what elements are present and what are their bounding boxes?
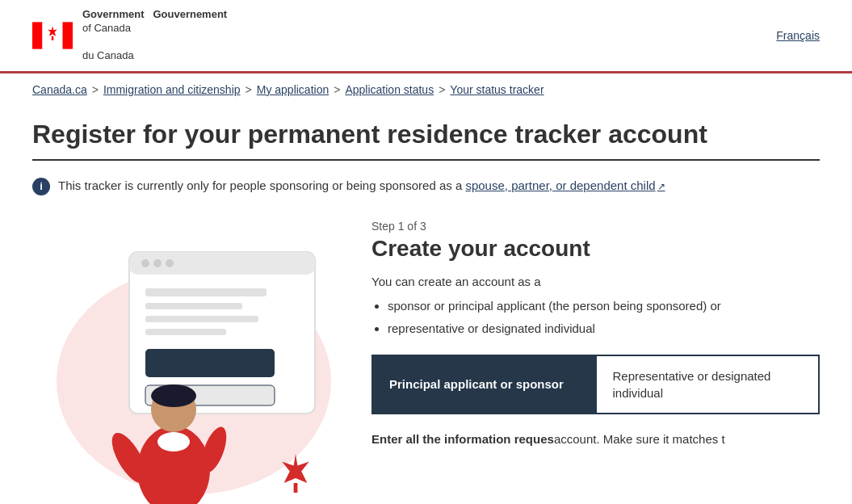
illustration-area [32,220,339,504]
list-item: representative or designated individual [388,319,820,338]
svg-rect-0 [32,22,43,48]
svg-point-19 [151,384,196,407]
svg-rect-11 [145,288,267,296]
content-row: Step 1 of 3 Create your account You can … [32,220,820,504]
step-list: sponsor or principal applicant (the pers… [388,296,820,338]
external-link-icon: ↗ [657,181,665,192]
page-title: Register for your permanent residence tr… [32,119,820,149]
svg-point-22 [157,432,190,452]
breadcrumb-sep-3: > [334,83,340,96]
svg-rect-2 [63,22,73,48]
wordmark: Government Gouvernement of Canada du Can… [82,8,227,63]
right-content: Step 1 of 3 Create your account You can … [371,220,820,449]
breadcrumb-application-status[interactable]: Application status [345,83,434,96]
svg-rect-4 [52,36,54,40]
representative-button[interactable]: Representative or designated individual [595,356,819,413]
info-link[interactable]: spouse, partner, or dependent child↗ [465,178,665,192]
info-text: This tracker is currently only for peopl… [58,177,665,195]
svg-point-9 [153,259,162,267]
site-header: Government Gouvernement of Canada du Can… [0,0,852,74]
breadcrumb-canada[interactable]: Canada.ca [32,83,87,96]
enter-info-text: Enter all the information requesaccount.… [371,430,820,449]
gov-line2: of Canada du Canada [82,22,227,63]
svg-rect-24 [294,483,298,493]
page-illustration [32,220,339,504]
step-title: Create your account [371,236,820,262]
info-banner: i This tracker is currently only for peo… [32,177,820,195]
breadcrumb-immigration[interactable]: Immigration and citizenship [103,83,241,96]
svg-rect-15 [145,349,275,377]
breadcrumb-sep-4: > [439,83,445,96]
svg-rect-13 [145,316,258,322]
principal-applicant-button[interactable]: Principal applicant or sponsor [373,356,595,413]
breadcrumb: Canada.ca > Immigration and citizenship … [0,74,852,103]
main-content: Register for your permanent residence tr… [0,103,852,504]
canada-flag-icon [32,21,73,50]
breadcrumb-sep-1: > [92,83,99,96]
gov-line1: Government Gouvernement [82,8,227,22]
breadcrumb-my-application[interactable]: My application [257,83,329,96]
account-type-selector: Principal applicant or sponsor Represent… [371,355,820,414]
svg-point-10 [166,259,174,267]
language-toggle[interactable]: Français [776,29,820,42]
svg-rect-12 [145,303,242,309]
step-label: Step 1 of 3 [371,220,820,233]
breadcrumb-current: Your status tracker [450,83,544,96]
svg-point-8 [141,259,149,267]
logo-area: Government Gouvernement of Canada du Can… [32,8,227,63]
info-icon: i [32,178,50,195]
svg-rect-14 [145,329,226,335]
breadcrumb-sep-2: > [246,83,252,96]
title-divider [32,159,820,161]
list-item: sponsor or principal applicant (the pers… [388,296,820,316]
step-desc: You can create an account as a [371,275,820,288]
